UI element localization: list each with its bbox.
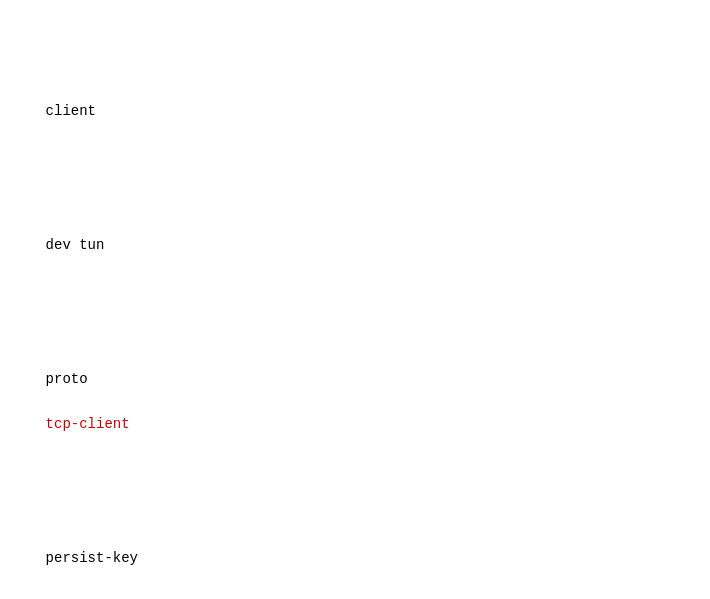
line-proto: proto tcp-client (12, 346, 698, 458)
line-persist-key: persist-key (12, 525, 698, 592)
line-client: client (12, 77, 698, 144)
proto-keyword: proto (46, 371, 88, 387)
tcp-client-value: tcp-client (46, 416, 130, 432)
client-text: client (46, 103, 96, 119)
line-dev-tun: dev tun (12, 212, 698, 279)
dev-tun-text: dev tun (46, 237, 105, 253)
code-display: client dev tun proto tcp-client persist-… (12, 10, 698, 599)
persist-key-text: persist-key (46, 550, 138, 566)
